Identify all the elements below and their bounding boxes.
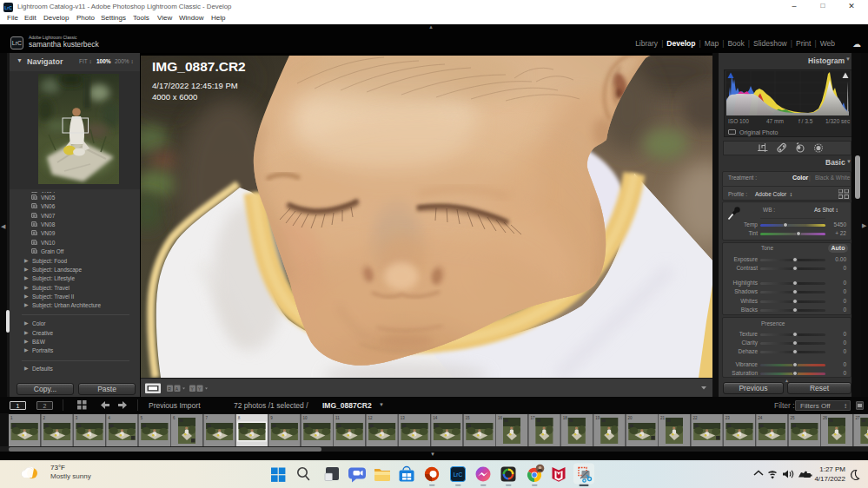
svg-text:21: 21 [660, 416, 666, 420]
svg-text:R: R [168, 386, 171, 392]
svg-text:18: 18 [563, 416, 568, 420]
svg-text:23: 23 [726, 416, 731, 420]
svg-text:11: 11 [335, 416, 340, 420]
svg-text:4000 x 6000: 4000 x 6000 [152, 92, 197, 102]
svg-text:24: 24 [758, 416, 763, 420]
svg-text:19: 19 [595, 416, 600, 420]
svg-text:14: 14 [433, 416, 438, 420]
svg-text:10: 10 [303, 416, 308, 420]
svg-text:LrC: LrC [454, 472, 463, 478]
svg-text:12: 12 [368, 416, 373, 420]
svg-text:22: 22 [692, 416, 698, 420]
svg-text:25: 25 [791, 416, 796, 420]
svg-text:20: 20 [628, 416, 633, 420]
svg-text:15: 15 [466, 416, 471, 420]
svg-text:13: 13 [401, 416, 406, 420]
svg-text:17: 17 [530, 416, 535, 420]
svg-text:16: 16 [498, 416, 503, 420]
svg-text:IMG_0887.CR2: IMG_0887.CR2 [152, 59, 246, 74]
svg-text:LrC: LrC [4, 5, 12, 10]
svg-text:4/17/2022 12:45:19 PM: 4/17/2022 12:45:19 PM [152, 81, 238, 90]
svg-text:27: 27 [855, 416, 860, 420]
svg-text:26: 26 [823, 416, 828, 420]
